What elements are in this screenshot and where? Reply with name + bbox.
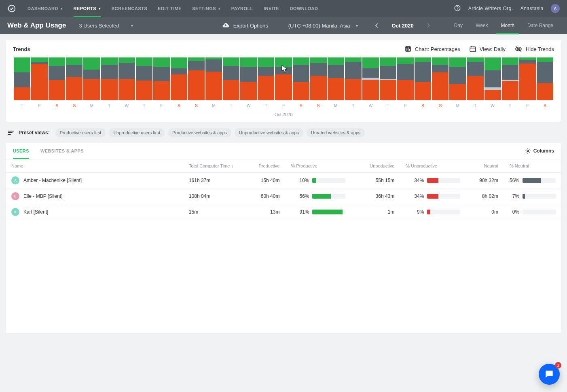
bar-day-10[interactable]: [188, 57, 205, 100]
bar-day-20[interactable]: [362, 57, 379, 100]
table-row[interactable]: AAmber - Machenike [Silent]161h 37m15h 4…: [6, 173, 561, 189]
app-logo: [7, 4, 16, 13]
cell-pprod: 56%: [285, 189, 351, 204]
bar-day-9[interactable]: [171, 57, 187, 100]
svg-rect-5: [408, 47, 408, 51]
current-date: Oct 2020: [392, 23, 414, 29]
preset-unrated-websites-apps[interactable]: Unrated websites & apps: [307, 128, 365, 137]
cell-prod: 13m: [242, 204, 285, 220]
day-label: T: [223, 104, 239, 108]
bar-day-22[interactable]: [397, 57, 414, 100]
bar-day-29[interactable]: [519, 57, 536, 100]
chart-mode-button[interactable]: Chart: Percentages: [404, 45, 460, 53]
bar-day-1[interactable]: [31, 57, 48, 100]
bar-day-16[interactable]: [293, 57, 309, 100]
day-label: F: [153, 104, 170, 108]
table-row[interactable]: EElle - MBP [Silent]108h 04m60h 40m56%36…: [6, 189, 561, 204]
nav-item-screencasts[interactable]: SCREENCASTS: [112, 6, 148, 11]
bar-day-5[interactable]: [101, 57, 117, 100]
user-name: Elle - MBP [Silent]: [23, 193, 62, 199]
day-label: T: [345, 104, 362, 108]
progress-neu: [523, 178, 556, 183]
sort-desc-icon: ↓: [230, 163, 233, 168]
cell-pneu: 7%: [504, 189, 561, 204]
period-date-range[interactable]: Date Range: [521, 17, 560, 34]
avatar[interactable]: A: [551, 4, 560, 13]
bar-day-17[interactable]: [310, 57, 327, 100]
col-total-computer-time[interactable]: Total Computer Time ↓: [183, 159, 242, 173]
tab-users[interactable]: USERS: [13, 143, 29, 159]
hide-trends-button[interactable]: Hide Trends: [514, 45, 554, 53]
bar-day-2[interactable]: [49, 57, 65, 100]
progress-prod: [312, 194, 345, 199]
nav-item-invite[interactable]: INVITE: [264, 6, 279, 11]
bar-day-23[interactable]: [415, 57, 431, 100]
next-period-button[interactable]: [423, 17, 434, 34]
bar-day-15[interactable]: [275, 57, 292, 100]
preset-unproductive-websites-apps[interactable]: Unproductive websites & apps: [235, 128, 303, 137]
bar-day-24[interactable]: [432, 57, 449, 100]
bar-day-0[interactable]: [14, 57, 30, 100]
bar-day-13[interactable]: [240, 57, 257, 100]
preset-unproductive-users-first[interactable]: Unproductive users first: [109, 128, 165, 137]
bar-day-27[interactable]: [484, 57, 501, 100]
bar-day-8[interactable]: [153, 57, 170, 100]
nav-item-download[interactable]: DOWNLOAD: [290, 6, 318, 11]
sort-icon: [7, 130, 15, 136]
bar-day-26[interactable]: [467, 57, 483, 100]
bar-day-11[interactable]: [205, 57, 222, 100]
period-day[interactable]: Day: [448, 17, 469, 34]
columns-button[interactable]: Columns: [525, 148, 554, 154]
bar-day-12[interactable]: [223, 57, 239, 100]
col-unpoductive[interactable]: Unpoductive: [351, 159, 400, 173]
bar-day-14[interactable]: [258, 57, 274, 100]
day-label: S: [49, 104, 65, 108]
cell-punp: 34%: [400, 189, 466, 204]
bar-day-7[interactable]: [136, 57, 152, 100]
trends-chart[interactable]: TFSSMTWTFSSMTWTFSSMTWTFSSMTWTFS Oct 2020: [13, 57, 554, 117]
bar-day-28[interactable]: [502, 57, 518, 100]
svg-point-9: [527, 150, 529, 152]
table-row[interactable]: KKarl [Silent]15m13m91%1m9%0m0%: [6, 204, 561, 220]
bar-day-4[interactable]: [83, 57, 100, 100]
nav-item-settings[interactable]: SETTINGS▾: [192, 6, 221, 11]
col--unproductive[interactable]: % Unproductive: [400, 159, 466, 173]
users-selector[interactable]: 3 Users Selected ▾: [79, 23, 133, 29]
bar-day-18[interactable]: [328, 57, 344, 100]
period-month[interactable]: Month: [495, 17, 521, 34]
period-week[interactable]: Week: [469, 17, 494, 34]
bar-day-30[interactable]: [537, 57, 553, 100]
tab-websites-apps[interactable]: WEBSITES & APPS: [40, 143, 84, 159]
bar-day-19[interactable]: [345, 57, 362, 100]
help-icon[interactable]: [454, 4, 461, 13]
nav-item-dashboard[interactable]: DASHBOARD▾: [28, 6, 63, 11]
preset-productive-websites-apps[interactable]: Productive websites & apps: [168, 128, 231, 137]
col--neutral[interactable]: % Neutral: [504, 159, 561, 173]
bar-day-21[interactable]: [380, 57, 396, 100]
day-label: T: [14, 104, 30, 108]
org-name[interactable]: Article Writers Org.: [468, 6, 513, 11]
nav-item-reports[interactable]: REPORTS▾: [74, 6, 101, 17]
cell-tct: 161h 37m: [183, 173, 242, 189]
bar-day-6[interactable]: [118, 57, 135, 100]
col-productive[interactable]: Productive: [242, 159, 285, 173]
preset-views-label: Preset views:: [19, 130, 50, 136]
chevron-down-icon: ▾: [61, 6, 63, 11]
day-label: S: [66, 104, 83, 108]
col--productive[interactable]: % Productive: [285, 159, 351, 173]
prev-period-button[interactable]: [372, 17, 382, 34]
users-table: NameTotal Computer Time ↓Productive% Pro…: [6, 159, 561, 220]
bar-day-25[interactable]: [449, 57, 466, 100]
nav-item-payroll[interactable]: PAYROLL: [231, 6, 253, 11]
col-name[interactable]: Name: [6, 159, 183, 173]
export-options[interactable]: Export Options: [222, 22, 268, 29]
nav-item-edit-time[interactable]: EDIT TIME: [158, 6, 182, 11]
preset-productive-users-first[interactable]: Productive users first: [55, 128, 106, 137]
sub-header: Web & App Usage 3 Users Selected ▾ Expor…: [0, 17, 567, 34]
timezone-selector[interactable]: (UTC +08:00) Manila, Asia ▾: [288, 23, 358, 29]
trends-card: Trends Chart: Percentages View: Daily Hi…: [6, 40, 561, 122]
bar-day-3[interactable]: [66, 57, 83, 100]
col-neutral[interactable]: Neutral: [466, 159, 504, 173]
view-mode-button[interactable]: View: Daily: [469, 45, 506, 53]
user-name[interactable]: Anastasia: [520, 6, 544, 11]
